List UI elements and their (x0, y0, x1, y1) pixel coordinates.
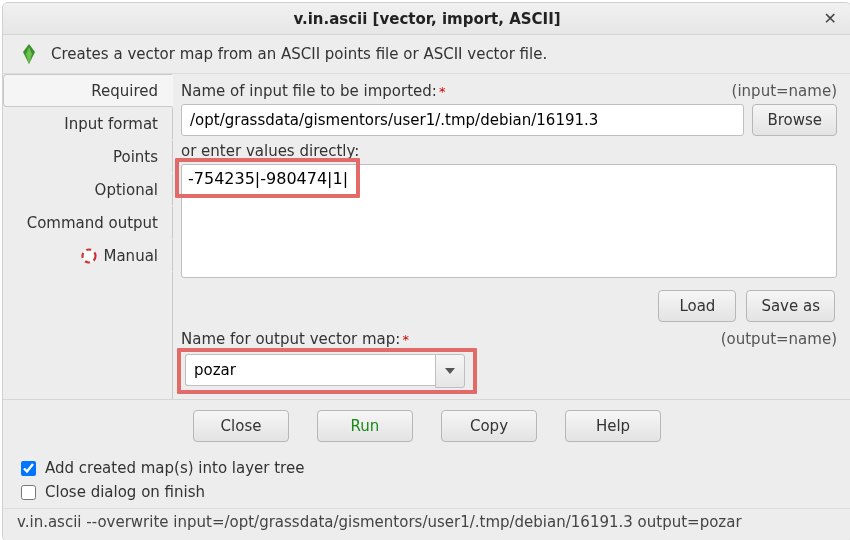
input-row: Browse (181, 104, 837, 136)
tab-input-format[interactable]: Input format (3, 107, 173, 140)
close-dialog-checkbox[interactable] (21, 485, 36, 500)
svg-point-0 (83, 249, 96, 262)
add-layer-label: Add created map(s) into layer tree (45, 459, 304, 477)
dialog-window: v.in.ascii [vector, import, ASCII] ✕ Cre… (2, 2, 850, 540)
tab-optional[interactable]: Optional (3, 173, 173, 206)
tabs-column: Required Input format Points Optional Co… (3, 74, 173, 399)
action-button-row: Close Run Copy Help (3, 399, 850, 450)
direct-values-wrapper: -754235|-980474|1| (181, 164, 837, 282)
help-button[interactable]: Help (565, 410, 661, 442)
tab-required[interactable]: Required (3, 74, 173, 107)
input-label: Name of input file to be imported: (181, 82, 437, 100)
content-pane: Name of input file to be imported:* (inp… (173, 74, 850, 399)
output-hint: (output=name) (721, 330, 837, 348)
close-button[interactable]: Close (193, 410, 289, 442)
tab-points[interactable]: Points (3, 140, 173, 173)
description-row: Creates a vector map from an ASCII point… (3, 35, 850, 73)
add-layer-check-row[interactable]: Add created map(s) into layer tree (17, 456, 837, 480)
output-label: Name for output vector map: (181, 330, 400, 348)
output-row (181, 352, 837, 390)
grass-logo-icon (17, 42, 41, 66)
description-text: Creates a vector map from an ASCII point… (51, 45, 547, 63)
input-label-row: Name of input file to be imported:* (inp… (181, 82, 837, 100)
options-checks: Add created map(s) into layer tree Close… (3, 450, 850, 508)
body: Required Input format Points Optional Co… (3, 73, 850, 399)
output-map-field[interactable] (185, 354, 435, 386)
run-button[interactable]: Run (317, 410, 413, 442)
load-save-strip: Load Save as (181, 290, 837, 322)
window-title: v.in.ascii [vector, import, ASCII] (3, 10, 850, 28)
required-star: * (402, 332, 409, 347)
browse-button[interactable]: Browse (752, 104, 837, 136)
save-as-button[interactable]: Save as (746, 290, 835, 322)
output-label-row: Name for output vector map:* (output=nam… (181, 330, 837, 348)
direct-values-textarea[interactable]: -754235|-980474|1| (181, 164, 837, 278)
input-hint: (input=name) (732, 82, 837, 100)
add-layer-checkbox[interactable] (21, 461, 36, 476)
input-file-field[interactable] (181, 104, 744, 136)
required-star: * (439, 84, 446, 99)
direct-label: or enter values directly: (181, 142, 837, 160)
tab-manual[interactable]: Manual (3, 239, 173, 272)
output-dropdown-button[interactable] (435, 354, 465, 388)
close-icon[interactable]: ✕ (824, 9, 837, 28)
copy-button[interactable]: Copy (441, 410, 537, 442)
close-dialog-label: Close dialog on finish (45, 483, 205, 501)
tab-command-output[interactable]: Command output (3, 206, 173, 239)
chevron-down-icon (445, 368, 455, 374)
help-ring-icon (81, 248, 97, 264)
tabs-spacer (3, 272, 173, 399)
command-preview: v.in.ascii --overwrite input=/opt/grassd… (3, 508, 850, 540)
titlebar: v.in.ascii [vector, import, ASCII] ✕ (3, 3, 850, 35)
load-button[interactable]: Load (658, 290, 736, 322)
close-dialog-check-row[interactable]: Close dialog on finish (17, 480, 837, 504)
output-combo (185, 354, 465, 388)
